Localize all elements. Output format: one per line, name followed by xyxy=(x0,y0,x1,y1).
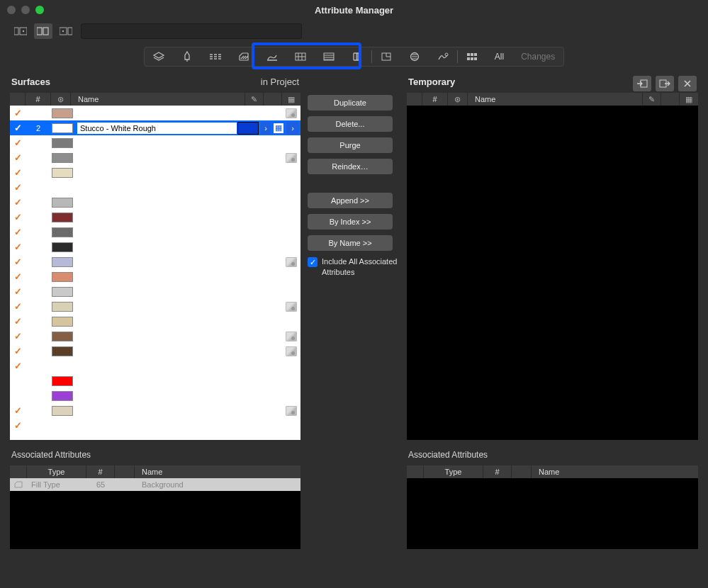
table-row[interactable]: ✓ xyxy=(10,329,300,344)
color-swatch[interactable] xyxy=(52,287,73,297)
toolbar-changes-button[interactable]: Changes xyxy=(512,52,563,62)
assoc-header-type-r[interactable]: Type xyxy=(424,465,483,478)
table-row[interactable]: ✓ xyxy=(10,344,300,358)
color-swatch[interactable] xyxy=(52,376,73,386)
assoc-header-type[interactable]: Type xyxy=(27,465,86,478)
header-check-col[interactable] xyxy=(10,93,26,106)
surfaces-category-icon[interactable] xyxy=(258,47,286,66)
color-picker-swatch[interactable] xyxy=(237,122,259,135)
assoc-row[interactable]: Fill Type 65 Background xyxy=(10,478,300,491)
assoc-body-right[interactable] xyxy=(407,478,698,549)
all-grid-icon[interactable] xyxy=(458,47,486,66)
color-swatch[interactable] xyxy=(52,317,73,327)
table-row[interactable]: ✓ xyxy=(10,269,300,284)
temp-header-blank-col[interactable] xyxy=(661,93,680,106)
mep-category-icon[interactable] xyxy=(400,47,429,66)
assoc-header-swatch-r[interactable] xyxy=(512,465,532,478)
color-swatch[interactable] xyxy=(52,391,73,401)
assoc-header-icon[interactable] xyxy=(10,465,27,478)
lines-category-icon[interactable] xyxy=(201,47,230,66)
color-swatch[interactable] xyxy=(52,346,73,356)
table-row[interactable]: ✓ xyxy=(10,210,300,225)
table-row[interactable]: ✓ xyxy=(10,239,300,254)
toolbar-all-button[interactable]: All xyxy=(486,52,512,62)
delete-button[interactable]: Delete... xyxy=(308,116,393,132)
texture-thumb[interactable]: ▦ xyxy=(273,123,284,134)
view-mode-1-button[interactable] xyxy=(11,23,30,39)
table-row[interactable]: ✓ xyxy=(10,225,300,239)
table-row[interactable]: ✓2›▦› xyxy=(10,120,300,135)
color-swatch[interactable] xyxy=(52,406,73,416)
fills-category-icon[interactable] xyxy=(230,47,258,66)
color-swatch[interactable] xyxy=(52,168,73,178)
profiles-category-icon[interactable] xyxy=(343,47,371,66)
header-swatch-col[interactable]: ⊛ xyxy=(51,93,71,106)
layers-category-icon[interactable] xyxy=(145,47,173,66)
table-row[interactable]: ✓ xyxy=(10,254,300,269)
zones-category-icon[interactable] xyxy=(372,47,400,66)
color-swatch[interactable] xyxy=(52,198,73,208)
choose-texture-arrow[interactable]: › xyxy=(286,122,299,135)
assoc-header-swatch[interactable] xyxy=(115,465,135,478)
table-row[interactable] xyxy=(10,373,300,388)
color-swatch[interactable] xyxy=(52,272,73,282)
assoc-header-num[interactable]: # xyxy=(86,465,115,478)
table-row[interactable]: ✓ xyxy=(10,180,300,195)
temp-header-check-col[interactable] xyxy=(407,93,422,106)
header-pencil-col[interactable]: ✎ xyxy=(245,93,264,106)
color-swatch[interactable] xyxy=(52,213,73,222)
header-name-col[interactable]: Name xyxy=(71,93,245,106)
color-swatch[interactable] xyxy=(52,257,73,267)
table-row[interactable] xyxy=(10,388,300,403)
composites-category-icon[interactable] xyxy=(315,47,343,66)
color-swatch[interactable] xyxy=(52,242,73,252)
table-row[interactable]: ✓ xyxy=(10,195,300,210)
view-mode-2-button[interactable] xyxy=(34,23,52,39)
color-swatch[interactable] xyxy=(52,332,73,341)
temp-header-swatch-col[interactable]: ⊛ xyxy=(448,93,468,106)
search-input[interactable] xyxy=(81,23,302,39)
color-swatch[interactable] xyxy=(52,108,73,118)
import-button[interactable] xyxy=(633,76,651,91)
by-index-button[interactable]: By Index >> xyxy=(308,214,393,230)
temp-header-index-col[interactable]: # xyxy=(422,93,448,106)
table-row[interactable]: ✓ xyxy=(10,284,300,299)
pen-category-icon[interactable] xyxy=(173,47,201,66)
color-swatch[interactable] xyxy=(52,227,73,237)
operation-profiles-icon[interactable] xyxy=(429,47,457,66)
surface-name-input[interactable] xyxy=(77,122,237,135)
table-row[interactable]: ✓ xyxy=(10,314,300,329)
color-swatch[interactable] xyxy=(52,138,73,148)
append-button[interactable]: Append >> xyxy=(308,193,393,208)
table-row[interactable]: ✓ xyxy=(10,403,300,418)
header-blank-col[interactable] xyxy=(264,93,282,106)
table-row[interactable]: ✓ xyxy=(10,106,300,120)
assoc-header-name[interactable]: Name xyxy=(135,465,300,478)
building-materials-category-icon[interactable] xyxy=(286,47,315,66)
purge-button[interactable]: Purge xyxy=(308,137,393,153)
temp-header-name-col[interactable]: Name xyxy=(468,93,643,106)
table-row[interactable]: ✓ xyxy=(10,165,300,180)
view-mode-3-button[interactable] xyxy=(57,23,75,39)
assoc-body-left[interactable]: Fill Type 65 Background xyxy=(10,478,300,549)
surfaces-list[interactable]: ✓✓2›▦›✓✓✓✓✓✓✓✓✓✓✓✓✓✓✓✓✓✓ xyxy=(10,106,300,440)
color-swatch[interactable] xyxy=(52,123,73,133)
include-associated-row[interactable]: ✓ Include All Associated Attributes xyxy=(308,256,400,278)
color-swatch[interactable] xyxy=(52,302,73,312)
assoc-header-name-r[interactable]: Name xyxy=(532,465,698,478)
include-associated-checkbox[interactable]: ✓ xyxy=(308,257,318,267)
close-temp-button[interactable] xyxy=(678,76,697,91)
temp-header-thumb-col[interactable]: ▦ xyxy=(680,93,698,106)
assoc-header-num-r[interactable]: # xyxy=(483,465,512,478)
table-row[interactable]: ✓ xyxy=(10,358,300,373)
duplicate-button[interactable]: Duplicate xyxy=(308,95,393,111)
reindex-button[interactable]: Reindex… xyxy=(308,159,393,174)
temp-header-pencil-col[interactable]: ✎ xyxy=(643,93,661,106)
color-swatch[interactable] xyxy=(52,153,73,163)
temporary-list[interactable] xyxy=(407,106,698,440)
choose-color-arrow[interactable]: › xyxy=(261,122,271,135)
table-row[interactable]: ✓ xyxy=(10,150,300,165)
assoc-header-icon-r[interactable] xyxy=(407,465,424,478)
header-index-col[interactable]: # xyxy=(26,93,51,106)
export-button[interactable] xyxy=(656,76,674,91)
